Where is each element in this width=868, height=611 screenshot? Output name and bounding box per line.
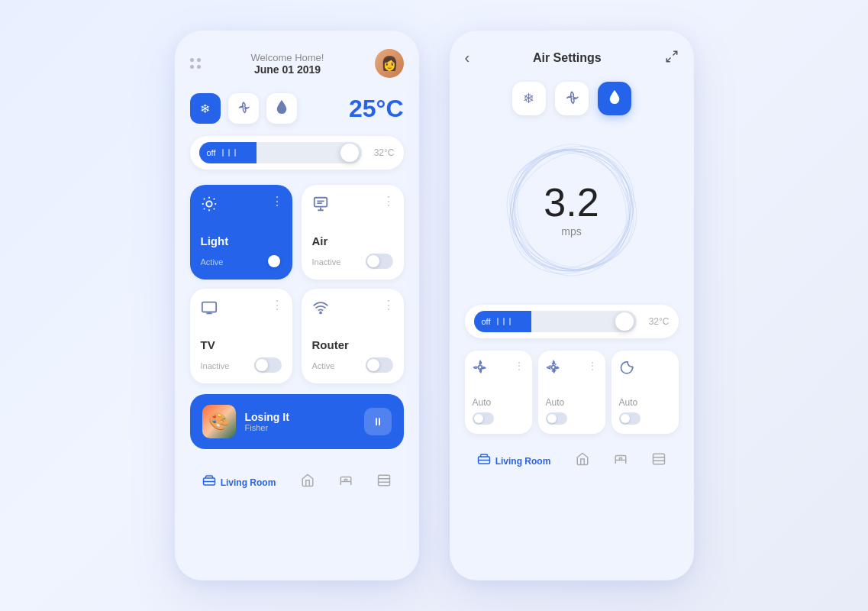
nav-storage[interactable] bbox=[377, 474, 391, 491]
svg-line-7 bbox=[203, 209, 204, 209]
svg-rect-13 bbox=[379, 475, 390, 486]
cold-icon: ❄ bbox=[200, 102, 210, 116]
menu-button[interactable] bbox=[190, 58, 201, 69]
air-storage-icon bbox=[652, 452, 666, 470]
air-nav-living-room[interactable]: Living Room bbox=[477, 452, 551, 470]
svg-line-4 bbox=[213, 209, 214, 209]
air-card[interactable]: ⋮ Air Inactive bbox=[302, 185, 404, 280]
air-nav-home[interactable] bbox=[576, 452, 589, 470]
track-info: Losing It Fisher bbox=[245, 411, 355, 432]
fan-mode-button[interactable] bbox=[228, 93, 259, 124]
air-name: Air bbox=[312, 234, 393, 247]
fan-card-1-icon bbox=[473, 360, 488, 379]
wind-mode-icon bbox=[564, 89, 579, 108]
svg-point-0 bbox=[206, 201, 211, 206]
bottom-nav: Living Room bbox=[190, 464, 404, 491]
air-slider-temp-label: 32°C bbox=[649, 316, 670, 327]
air-living-room-icon bbox=[477, 452, 491, 470]
svg-line-8 bbox=[213, 199, 214, 199]
air-card-icon bbox=[312, 196, 393, 216]
air-nav-storage[interactable] bbox=[652, 452, 666, 470]
living-room-icon bbox=[202, 474, 216, 491]
air-card-more[interactable]: ⋮ bbox=[382, 194, 395, 209]
slider-temp-label: 32°C bbox=[374, 147, 395, 158]
air-toggle[interactable] bbox=[366, 254, 393, 269]
avatar[interactable]: 👩 bbox=[375, 49, 404, 78]
air-mode-buttons: ❄ bbox=[465, 82, 679, 115]
fan-card-auto2[interactable]: ⋮ Auto bbox=[538, 351, 605, 434]
tv-name: TV bbox=[201, 338, 282, 351]
storage-icon bbox=[377, 474, 391, 491]
wind-mode-btn[interactable] bbox=[555, 82, 589, 115]
air-settings-header: ‹ Air Settings bbox=[465, 49, 679, 66]
router-toggle[interactable] bbox=[366, 357, 393, 373]
nav-home[interactable] bbox=[301, 474, 315, 491]
tv-toggle[interactable] bbox=[254, 357, 282, 373]
fan-card-2-label: Auto bbox=[546, 397, 598, 408]
expand-button[interactable] bbox=[665, 50, 679, 66]
temperature-display: 25°C bbox=[349, 95, 404, 123]
svg-rect-10 bbox=[202, 302, 215, 312]
fan-card-2-more[interactable]: ⋮ bbox=[587, 360, 598, 372]
track-name: Losing It bbox=[245, 411, 355, 423]
fan-card-auto3[interactable]: Auto bbox=[611, 351, 679, 434]
light-card-more[interactable]: ⋮ bbox=[271, 194, 283, 209]
pause-button[interactable]: ⏸ bbox=[364, 408, 392, 435]
air-slider-thumb[interactable] bbox=[615, 312, 634, 331]
back-button[interactable]: ‹ bbox=[465, 49, 470, 66]
air-slider-off-label: off bbox=[482, 317, 491, 326]
tv-card-more[interactable]: ⋮ bbox=[271, 298, 283, 312]
svg-point-11 bbox=[320, 312, 321, 314]
air-bedroom-icon bbox=[614, 452, 628, 470]
fan-card-1-more[interactable]: ⋮ bbox=[514, 360, 524, 372]
router-name: Router bbox=[312, 338, 393, 351]
date-text: June 01 2019 bbox=[251, 63, 324, 76]
nav-bedroom[interactable] bbox=[339, 474, 353, 491]
temperature-slider[interactable]: off 32°C bbox=[190, 136, 404, 170]
air-nav-living-room-label: Living Room bbox=[495, 456, 551, 467]
fan-icon bbox=[237, 100, 250, 117]
air-temperature-slider[interactable]: off 32°C bbox=[465, 305, 679, 338]
fan-card-3-label: Auto bbox=[619, 397, 671, 408]
fan-toggle-2[interactable] bbox=[546, 412, 567, 425]
fan-card-auto1[interactable]: ⋮ Auto bbox=[465, 351, 532, 434]
slider-thumb[interactable] bbox=[340, 144, 359, 162]
slider-off-label: off bbox=[207, 148, 216, 157]
air-settings-bottom-nav: Living Room bbox=[465, 446, 679, 470]
cold-mode-button[interactable]: ❄ bbox=[190, 93, 221, 124]
svg-rect-9 bbox=[314, 198, 327, 207]
air-nav-bedroom[interactable] bbox=[614, 452, 628, 470]
phone-home: Welcome Home! June 01 2019 👩 ❄ 2 bbox=[175, 31, 419, 580]
air-home-icon bbox=[576, 452, 589, 470]
cold-mode-btn[interactable]: ❄ bbox=[512, 82, 546, 115]
fan-toggle-3[interactable] bbox=[619, 412, 641, 425]
tv-status: Inactive bbox=[201, 361, 230, 370]
humid-mode-btn[interactable] bbox=[598, 82, 631, 115]
device-cards-grid: ⋮ Light Active ⋮ Air Inactive bbox=[190, 185, 404, 383]
tv-icon bbox=[201, 299, 282, 320]
nav-living-room[interactable]: Living Room bbox=[202, 474, 276, 491]
nav-living-room-label: Living Room bbox=[221, 477, 276, 488]
tv-card[interactable]: ⋮ TV Inactive bbox=[190, 289, 292, 383]
light-card[interactable]: ⋮ Light Active bbox=[190, 185, 292, 280]
router-card-more[interactable]: ⋮ bbox=[382, 298, 395, 312]
air-status: Inactive bbox=[312, 257, 341, 267]
fan-card-3-icon bbox=[619, 360, 634, 379]
home-header: Welcome Home! June 01 2019 👩 bbox=[190, 49, 404, 78]
water-mode-button[interactable] bbox=[266, 93, 297, 124]
welcome-text: Welcome Home! bbox=[251, 52, 324, 63]
gauge-center: 3.2 mps bbox=[544, 183, 599, 238]
artist-name: Fisher bbox=[245, 423, 355, 432]
fan-card-2-icon bbox=[546, 360, 561, 379]
light-icon bbox=[201, 196, 282, 216]
light-toggle[interactable] bbox=[254, 254, 282, 269]
router-status: Active bbox=[312, 361, 335, 370]
light-status: Active bbox=[201, 257, 224, 267]
router-card[interactable]: ⋮ Router Active bbox=[302, 289, 404, 383]
screen-title: Air Settings bbox=[533, 51, 602, 65]
fan-toggle-1[interactable] bbox=[473, 412, 494, 425]
fan-mode-cards: ⋮ Auto ⋮ Auto bbox=[465, 351, 679, 434]
gauge-unit: mps bbox=[544, 225, 599, 238]
bedroom-icon bbox=[339, 474, 353, 491]
router-icon bbox=[312, 299, 393, 320]
